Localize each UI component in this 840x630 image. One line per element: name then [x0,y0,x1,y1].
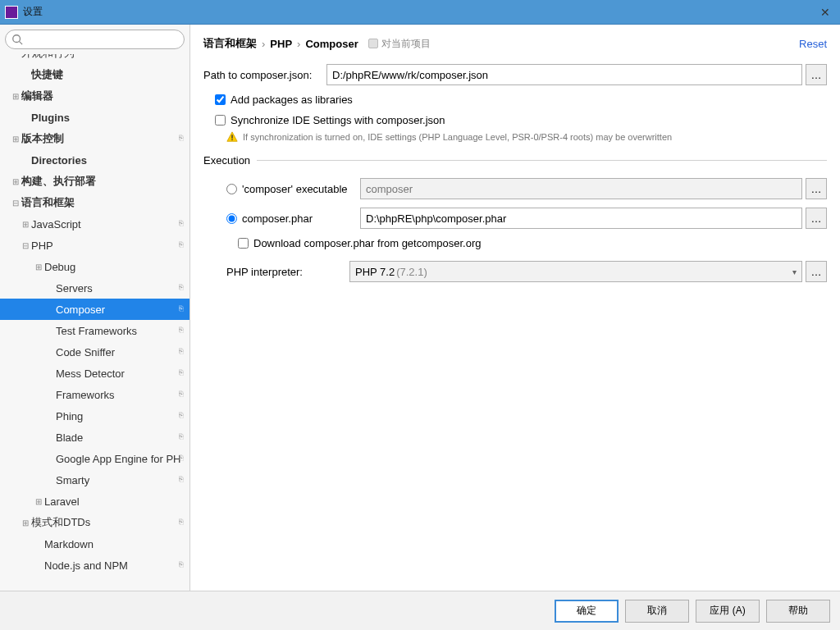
configure-interpreter-button[interactable]: … [806,261,827,282]
execution-section-title: Execution [203,154,250,167]
project-scope-icon: ⎘ [175,516,186,527]
browse-executable-button[interactable]: … [806,178,827,199]
scope-label: 对当前项目 [381,37,431,51]
tree-item-label: 构建、执行部署 [21,174,189,189]
reset-link[interactable]: Reset [799,38,827,50]
project-scope-icon: ⎘ [175,217,186,229]
sync-warning-text: If synchronization is turned on, IDE set… [243,132,672,142]
tree-item-label: Blade [56,431,189,444]
tree-item--[interactable]: ⊞编辑器 [0,85,189,107]
tree-item-google-app-engine-for-ph[interactable]: Google App Engine for PH⎘ [0,448,189,469]
tree-item-phing[interactable]: Phing⎘ [0,405,189,427]
tree-item-smarty[interactable]: Smarty⎘ [0,469,189,491]
composer-executable-radio[interactable] [226,184,237,194]
tree-item-label: PHP [31,240,189,252]
chevron-right-icon: › [297,38,300,50]
tree-item-test-frameworks[interactable]: Test Frameworks⎘ [0,320,189,341]
project-scope-icon: ⎘ [175,132,186,144]
tree-toggle-icon[interactable]: ⊞ [10,135,21,144]
composer-json-path-input[interactable] [326,64,802,85]
tree-item-label: Frameworks [56,389,189,401]
tree-item--dtds[interactable]: ⊞模式和DTDs⎘ [0,512,189,533]
tree-item-label: Phing [56,410,189,422]
svg-rect-3 [231,139,232,140]
tree-toggle-icon[interactable]: ⊞ [10,92,21,101]
composer-phar-radio[interactable] [226,213,237,224]
add-packages-checkbox[interactable] [215,94,226,105]
tree-toggle-icon[interactable]: ⊞ [10,177,21,186]
tree-item-markdown[interactable]: Markdown [0,533,189,555]
tree-toggle-icon[interactable]: ⊟ [10,199,21,208]
tree-item-label: 快捷键 [31,67,189,82]
breadcrumb-current: Composer [305,38,358,50]
apply-button[interactable]: 应用 (A) [696,600,760,623]
breadcrumb-root[interactable]: 语言和框架 [203,36,257,51]
breadcrumb-php[interactable]: PHP [270,38,292,50]
interpreter-name: PHP 7.2 [355,266,395,278]
tree-item--[interactable]: 快捷键 [0,64,189,85]
tree-item-label: JavaScript [31,218,189,231]
tree-item-composer[interactable]: Composer⎘ [0,299,189,320]
tree-item-label: Node.js and NPM [44,559,189,572]
download-phar-label: Download composer.phar from getcomposer.… [253,237,481,249]
svg-rect-2 [231,135,232,138]
composer-phar-input[interactable] [360,208,802,229]
sync-settings-checkbox[interactable] [215,115,226,126]
sync-settings-label: Synchronize IDE Settings with composer.j… [231,114,445,126]
tree-toggle-icon[interactable]: ⊟ [20,241,31,250]
project-scope-icon: ⎘ [175,239,186,250]
tree-item-mess-detector[interactable]: Mess Detector⎘ [0,363,189,384]
tree-toggle-icon[interactable]: ⊞ [20,518,31,527]
project-scope-icon: ⎘ [175,281,186,293]
tree-item-label: Code Sniffer [56,346,189,358]
warning-icon [226,131,238,143]
tree-toggle-icon[interactable]: ⊞ [20,220,31,229]
browse-path-button[interactable]: … [806,64,827,85]
tree-item--[interactable]: ⊞版本控制⎘ [0,128,189,149]
tree-item-directories[interactable]: Directories [0,149,189,171]
tree-item--[interactable]: ⊟语言和框架 [0,192,189,213]
search-icon [11,34,23,45]
tree-item-label: Composer [56,304,189,316]
tree-item--[interactable]: 外观和行为 [0,54,189,64]
tree-item-laravel[interactable]: ⊞Laravel [0,491,189,512]
ok-button[interactable]: 确定 [555,600,619,623]
project-scope-icon: ⎘ [175,473,186,485]
divider [257,160,827,161]
browse-phar-button[interactable]: … [806,208,827,229]
tree-item-label: Test Frameworks [56,325,189,337]
tree-item-plugins[interactable]: Plugins [0,107,189,128]
tree-item-blade[interactable]: Blade⎘ [0,427,189,448]
tree-toggle-icon[interactable]: ⊞ [33,262,44,272]
download-phar-checkbox[interactable] [238,238,249,249]
close-icon[interactable]: ✕ [814,3,837,21]
tree-item-php[interactable]: ⊟PHP⎘ [0,235,189,256]
settings-tree: 外观和行为快捷键⊞编辑器Plugins⊞版本控制⎘Directories⊞构建、… [0,54,189,591]
tree-item-servers[interactable]: Servers⎘ [0,277,189,299]
tree-item-javascript[interactable]: ⊞JavaScript⎘ [0,213,189,235]
help-button[interactable]: 帮助 [766,600,830,623]
search-input[interactable] [5,30,185,49]
title-bar: 设置 ✕ [0,0,840,25]
window-title: 设置 [23,5,43,19]
tree-item-label: Smarty [56,474,189,486]
tree-item-label: Laravel [44,495,189,508]
tree-toggle-icon[interactable]: ⊞ [33,497,44,506]
app-icon [5,6,18,19]
tree-item-label: Markdown [44,538,189,550]
project-scope-icon: ⎘ [175,367,186,378]
project-scope-icon: ⎘ [175,303,186,314]
tree-item-frameworks[interactable]: Frameworks⎘ [0,384,189,405]
tree-item-debug[interactable]: ⊞Debug [0,256,189,277]
tree-item-node-js-and-npm[interactable]: Node.js and NPM⎘ [0,555,189,576]
cancel-button[interactable]: 取消 [625,600,689,623]
tree-item-label: Google App Engine for PH [56,453,189,465]
php-interpreter-select[interactable]: PHP 7.2 (7.2.1) ▾ [349,261,802,282]
composer-phar-label: composer.phar [242,212,360,225]
tree-item--[interactable]: ⊞构建、执行部署 [0,171,189,192]
tree-item-label: Debug [44,261,189,273]
sidebar: 外观和行为快捷键⊞编辑器Plugins⊞版本控制⎘Directories⊞构建、… [0,25,190,591]
tree-item-label: 外观和行为 [21,54,189,61]
tree-item-code-sniffer[interactable]: Code Sniffer⎘ [0,341,189,363]
interpreter-version: (7.2.1) [396,266,427,278]
